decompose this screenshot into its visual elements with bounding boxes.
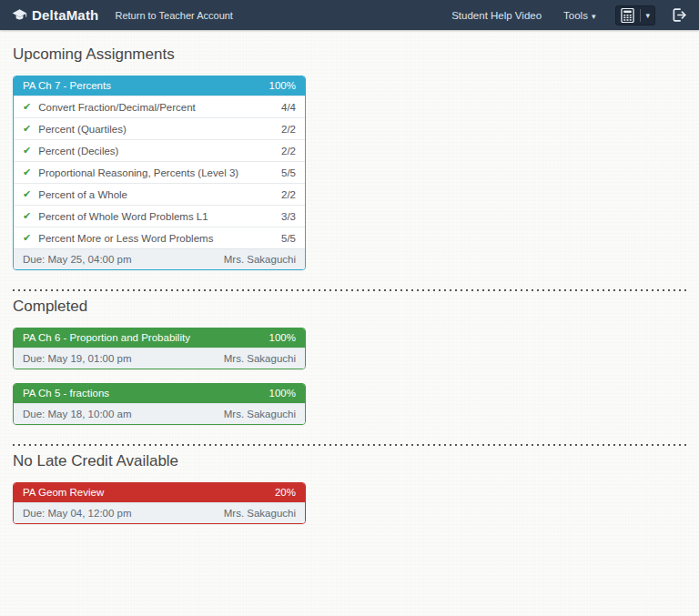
calculator-button[interactable]: ▾	[615, 5, 655, 25]
due-date: Due: May 25, 04:00 pm	[23, 254, 132, 265]
assignment-card-late: PA Geom Review 20% Due: May 04, 12:00 pm…	[13, 482, 306, 524]
section-divider	[13, 444, 686, 446]
check-icon: ✔	[23, 101, 31, 113]
assignment-title: PA Ch 5 - fractions	[23, 388, 109, 399]
assignment-score-badge: 100%	[269, 332, 296, 343]
completed-heading: Completed	[13, 298, 686, 328]
skill-name: Percent More or Less Word Problems	[38, 233, 281, 244]
assignment-footer: Due: May 25, 04:00 pm Mrs. Sakaguchi	[14, 248, 305, 269]
calculator-icon	[621, 8, 634, 23]
sign-out-icon	[671, 7, 687, 23]
teacher-name: Mrs. Sakaguchi	[224, 353, 296, 364]
assignment-footer: Due: May 04, 12:00 pm Mrs. Sakaguchi	[14, 502, 305, 523]
skill-row[interactable]: ✔ Percent of Whole Word Problems L1 3/3	[14, 205, 305, 227]
assignment-title: PA Ch 7 - Percents	[23, 80, 111, 91]
check-icon: ✔	[23, 123, 31, 135]
skill-score: 5/5	[281, 233, 296, 244]
assignments-page: Upcoming Assignments PA Ch 7 - Percents …	[0, 30, 699, 524]
chevron-down-icon: ▾	[592, 12, 596, 21]
check-icon: ✔	[23, 188, 31, 200]
graduation-cap-icon	[12, 8, 27, 22]
brand-name: DeltaMath	[32, 7, 98, 23]
skill-name: Percent of Whole Word Problems L1	[38, 211, 281, 222]
skill-row[interactable]: ✔ Percent (Quartiles) 2/2	[14, 117, 305, 139]
skill-name: Percent (Quartiles)	[38, 124, 281, 135]
skill-score: 2/2	[281, 124, 296, 135]
check-icon: ✔	[23, 210, 31, 222]
due-date: Due: May 18, 10:00 am	[23, 409, 132, 419]
due-date: Due: May 04, 12:00 pm	[23, 508, 132, 519]
assignment-header[interactable]: PA Ch 6 - Proportion and Probability 100…	[14, 328, 305, 348]
assignment-score-badge: 100%	[269, 388, 296, 399]
navbar: DeltaMath Return to Teacher Account Stud…	[0, 0, 699, 30]
teacher-name: Mrs. Sakaguchi	[224, 254, 296, 265]
assignment-card-upcoming: PA Ch 7 - Percents 100% ✔ Convert Fracti…	[13, 76, 306, 270]
teacher-name: Mrs. Sakaguchi	[224, 508, 296, 519]
assignment-score-badge: 20%	[275, 487, 296, 498]
skill-row[interactable]: ✔ Percent of a Whole 2/2	[14, 183, 305, 205]
deltamath-brand[interactable]: DeltaMath	[12, 7, 98, 23]
assignment-footer: Due: May 18, 10:00 am Mrs. Sakaguchi	[14, 403, 305, 424]
assignment-header[interactable]: PA Ch 5 - fractions 100%	[14, 384, 305, 403]
student-help-video-link[interactable]: Student Help Video	[451, 10, 542, 21]
due-date: Due: May 19, 01:00 pm	[23, 353, 132, 364]
skill-row[interactable]: ✔ Percent (Deciles) 2/2	[14, 139, 305, 161]
tools-menu[interactable]: Tools▾	[563, 10, 595, 21]
skill-score: 5/5	[281, 167, 296, 178]
upcoming-assignments-heading: Upcoming Assignments	[13, 30, 686, 76]
check-icon: ✔	[23, 232, 31, 244]
skill-row[interactable]: ✔ Convert Fraction/Decimal/Percent 4/4	[14, 96, 305, 117]
no-late-credit-heading: No Late Credit Available	[13, 452, 686, 482]
assignment-header[interactable]: PA Ch 7 - Percents 100%	[14, 76, 305, 96]
skill-row[interactable]: ✔ Percent More or Less Word Problems 5/5	[14, 227, 305, 248]
check-icon: ✔	[23, 145, 31, 157]
skill-name: Proportional Reasoning, Percents (Level …	[38, 167, 281, 178]
skill-name: Convert Fraction/Decimal/Percent	[38, 102, 281, 113]
skill-name: Percent (Deciles)	[38, 146, 281, 157]
assignment-card-completed: PA Ch 6 - Proportion and Probability 100…	[13, 328, 306, 369]
check-icon: ✔	[23, 167, 31, 178]
calculator-dropdown-caret-icon[interactable]: ▾	[645, 11, 650, 20]
skill-score: 3/3	[281, 211, 296, 222]
skill-row[interactable]: ✔ Proportional Reasoning, Percents (Leve…	[14, 161, 305, 183]
assignment-card-completed: PA Ch 5 - fractions 100% Due: May 18, 10…	[13, 383, 306, 425]
button-divider	[640, 9, 641, 22]
return-to-teacher-link[interactable]: Return to Teacher Account	[115, 10, 232, 21]
assignment-title: PA Geom Review	[23, 487, 104, 498]
skill-score: 2/2	[281, 146, 296, 157]
skill-score: 2/2	[281, 189, 296, 200]
teacher-name: Mrs. Sakaguchi	[224, 409, 296, 419]
section-divider	[13, 289, 686, 291]
assignment-title: PA Ch 6 - Proportion and Probability	[23, 332, 190, 343]
logout-button[interactable]	[671, 7, 687, 23]
skill-score: 4/4	[281, 102, 296, 113]
skill-name: Percent of a Whole	[38, 189, 281, 200]
assignment-header[interactable]: PA Geom Review 20%	[14, 483, 305, 502]
assignment-score-badge: 100%	[269, 80, 296, 91]
assignment-footer: Due: May 19, 01:00 pm Mrs. Sakaguchi	[14, 348, 305, 369]
